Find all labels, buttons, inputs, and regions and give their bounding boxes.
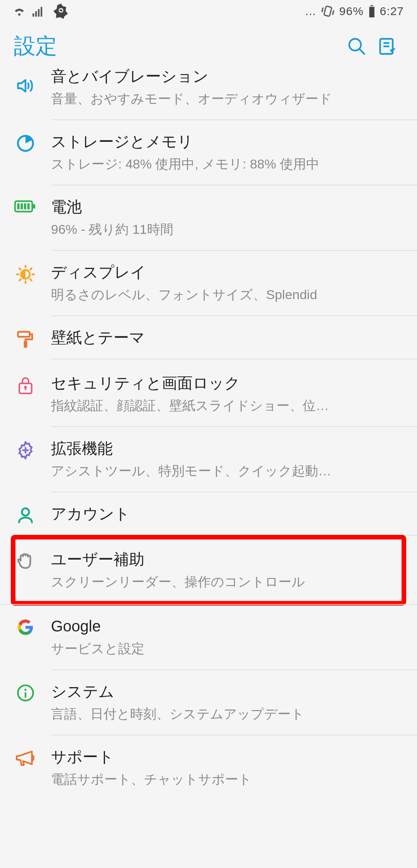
brightness-icon <box>15 264 36 285</box>
search-icon <box>347 36 367 56</box>
time-text: 6:27 <box>380 5 404 18</box>
svg-rect-31 <box>24 341 27 347</box>
status-bar: ... 96% 6:27 <box>0 0 417 22</box>
svg-line-10 <box>359 49 364 54</box>
item-sub: アシストツール、特別モード、クイック起動… <box>51 461 403 481</box>
svg-point-39 <box>24 689 26 691</box>
settings-item-accessibility[interactable]: ユーザー補助 スクリーンリーダー、操作のコントロール <box>0 538 417 602</box>
item-sub: サービスと設定 <box>51 639 403 659</box>
item-title: アカウント <box>51 503 403 524</box>
settings-item-display[interactable]: ディスプレイ 明るさのレベル、フォントサイズ、Splendid <box>0 251 417 316</box>
svg-rect-1 <box>35 11 37 17</box>
status-left <box>13 3 70 20</box>
feedback-button[interactable] <box>372 36 403 56</box>
google-icon <box>16 618 35 637</box>
wifi-icon <box>13 6 25 16</box>
svg-rect-3 <box>41 7 42 17</box>
item-sub: 言語、日付と時刻、システムアップデート <box>51 704 403 724</box>
item-sub: 電話サポート、チャットサポート <box>51 769 403 789</box>
item-title: ユーザー補助 <box>51 549 403 570</box>
person-icon <box>16 505 35 525</box>
hand-icon <box>16 551 35 570</box>
settings-item-security[interactable]: セキュリティと画面ロック 指紋認証、顔認証、壁紙スライドショー、位… <box>0 362 417 427</box>
item-sub: 指紋認証、顔認証、壁紙スライドショー、位… <box>51 396 403 415</box>
settings-item-sound[interactable]: 音とバイブレーション 音量、おやすみモード、オーディオウィザード <box>0 70 417 120</box>
svg-rect-6 <box>371 5 373 6</box>
item-title: 電池 <box>51 196 403 217</box>
item-title: 壁紙とテーマ <box>51 327 403 348</box>
item-sub: 明るさのレベル、フォントサイズ、Splendid <box>51 285 403 305</box>
avast-icon <box>53 3 70 20</box>
svg-rect-30 <box>18 332 30 337</box>
settings-item-wallpaper[interactable]: 壁紙とテーマ <box>0 316 417 362</box>
battery-text: 96% <box>339 5 364 18</box>
svg-rect-17 <box>17 203 20 209</box>
search-button[interactable] <box>341 36 372 56</box>
feedback-icon <box>378 36 398 56</box>
megaphone-icon <box>15 749 36 767</box>
settings-item-storage[interactable]: ストレージとメモリ ストレージ: 48% 使用中, メモリ: 88% 使用中 <box>0 120 417 186</box>
item-sub: ストレージ: 48% 使用中, メモリ: 88% 使用中 <box>51 154 403 174</box>
status-right: ... 96% 6:27 <box>305 4 404 18</box>
settings-item-extensions[interactable]: 拡張機能 アシストツール、特別モード、クイック起動… <box>0 427 417 492</box>
svg-line-28 <box>19 279 20 280</box>
item-title: サポート <box>51 746 403 767</box>
svg-rect-16 <box>33 204 35 209</box>
settings-item-support[interactable]: サポート 電話サポート、チャットサポート <box>0 735 417 800</box>
svg-rect-5 <box>324 6 332 16</box>
page-title: 設定 <box>14 32 341 61</box>
signal-icon <box>32 6 46 17</box>
vibrate-icon <box>321 4 335 18</box>
item-title: ストレージとメモリ <box>51 131 403 152</box>
item-title: 拡張機能 <box>51 438 403 459</box>
svg-rect-0 <box>32 14 34 17</box>
battery-icon <box>14 199 37 214</box>
settings-item-battery[interactable]: 電池 96% - 残り約 11時間 <box>0 186 417 251</box>
settings-list: 音とバイブレーション 音量、おやすみモード、オーディオウィザード ストレージとメ… <box>0 70 417 800</box>
item-sub: 96% - 残り約 11時間 <box>51 220 403 239</box>
lock-icon <box>16 375 35 395</box>
svg-rect-2 <box>38 9 39 17</box>
speaker-icon <box>15 76 36 96</box>
item-sub: スクリーンリーダー、操作のコントロール <box>51 572 403 592</box>
settings-item-account[interactable]: アカウント <box>0 492 417 538</box>
item-title: セキュリティと画面ロック <box>51 373 403 393</box>
svg-rect-34 <box>25 388 26 390</box>
item-sub: 音量、おやすみモード、オーディオウィザード <box>51 89 403 109</box>
svg-point-37 <box>22 508 29 516</box>
gear-plus-icon <box>15 440 36 460</box>
svg-rect-18 <box>20 203 23 209</box>
roller-icon <box>15 329 36 349</box>
svg-line-29 <box>30 268 31 269</box>
item-title: Google <box>51 616 403 637</box>
svg-rect-19 <box>24 203 26 209</box>
svg-rect-8 <box>369 6 374 7</box>
item-title: ディスプレイ <box>51 262 403 283</box>
battery-icon <box>368 5 375 17</box>
status-ellipsis: ... <box>305 5 316 18</box>
svg-line-27 <box>30 279 31 280</box>
info-icon <box>16 683 35 703</box>
storage-icon <box>15 133 36 153</box>
item-title: 音とバイブレーション <box>51 66 403 87</box>
settings-item-system[interactable]: システム 言語、日付と時刻、システムアップデート <box>0 670 417 735</box>
item-title: システム <box>51 681 403 702</box>
svg-line-26 <box>19 268 20 269</box>
settings-item-google[interactable]: Google サービスと設定 <box>0 604 417 670</box>
svg-rect-40 <box>25 692 26 698</box>
svg-rect-20 <box>27 203 30 209</box>
app-header: 設定 <box>0 22 417 70</box>
svg-rect-7 <box>369 6 374 17</box>
